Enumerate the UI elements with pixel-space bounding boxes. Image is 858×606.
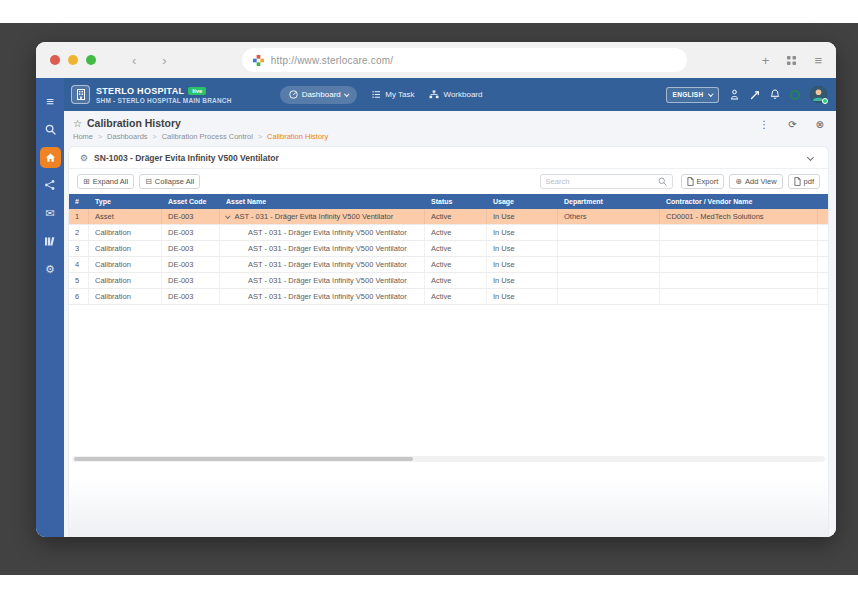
language-label: ENGLISH bbox=[673, 91, 704, 98]
column-header[interactable]: Asset Name bbox=[220, 194, 425, 209]
table-cell: Active bbox=[425, 225, 487, 240]
table-row[interactable]: 6CalibrationDE-003AST - 031 - Dräger Evi… bbox=[69, 289, 828, 305]
nav-dashboard[interactable]: Dashboard bbox=[280, 86, 358, 104]
chevron-down-icon bbox=[344, 91, 349, 96]
user-avatar[interactable] bbox=[810, 86, 827, 103]
table-cell: In Use bbox=[487, 225, 558, 240]
refresh-icon[interactable]: ⟳ bbox=[788, 120, 796, 130]
add-view-button[interactable]: ⊕ Add View bbox=[729, 174, 782, 189]
table-cell: CD0001 - MedTech Solutions bbox=[660, 209, 818, 224]
collapse-icon: ⊟ bbox=[145, 178, 152, 186]
sidebar-menu-icon[interactable]: ≡ bbox=[36, 87, 64, 115]
column-header[interactable]: Type bbox=[89, 194, 162, 209]
notifications-bell-icon[interactable] bbox=[770, 89, 780, 100]
column-header[interactable] bbox=[818, 194, 828, 209]
sidebar-mail-icon[interactable]: ✉ bbox=[36, 199, 64, 227]
language-selector[interactable]: ENGLISH bbox=[666, 87, 720, 103]
workboard-icon bbox=[429, 90, 439, 99]
table-cell: DE-003 bbox=[162, 241, 220, 256]
home-icon bbox=[40, 147, 61, 168]
new-tab-icon[interactable]: + bbox=[762, 54, 770, 67]
gear-icon: ⚙ bbox=[80, 153, 88, 163]
scrollbar-thumb[interactable] bbox=[74, 457, 413, 461]
table-cell: Asset bbox=[89, 209, 162, 224]
window-controls bbox=[50, 55, 96, 65]
asset-section-header[interactable]: ⚙ SN-1003 - Dräger Evita Infinity V500 V… bbox=[69, 147, 828, 169]
table-cell: DE-003 bbox=[162, 289, 220, 304]
sidebar-library-icon[interactable] bbox=[36, 227, 64, 255]
nav-workboard[interactable]: Workboard bbox=[429, 90, 482, 99]
more-options-icon[interactable]: ⋮ bbox=[759, 120, 769, 130]
table-cell bbox=[818, 257, 828, 272]
pdf-label: pdf bbox=[804, 177, 814, 186]
back-icon[interactable]: ‹ bbox=[132, 54, 136, 67]
table-cell: Active bbox=[425, 209, 487, 224]
table-cell: In Use bbox=[487, 273, 558, 288]
column-header[interactable]: # bbox=[69, 194, 89, 209]
close-window-button[interactable] bbox=[50, 55, 60, 65]
column-header[interactable]: Usage bbox=[487, 194, 558, 209]
table-cell bbox=[660, 273, 818, 288]
table-cell bbox=[818, 273, 828, 288]
browser-menu-icon[interactable]: ≡ bbox=[814, 54, 822, 67]
sidebar-settings-icon[interactable]: ⚙ bbox=[36, 255, 64, 283]
search-input[interactable] bbox=[546, 177, 658, 186]
column-header[interactable]: Status bbox=[425, 194, 487, 209]
site-favicon-icon bbox=[253, 55, 264, 66]
page-title: Calibration History bbox=[87, 117, 181, 129]
table-cell bbox=[660, 257, 818, 272]
table-cell: AST - 031 - Dräger Evita Infinity V500 V… bbox=[220, 241, 425, 256]
table-row[interactable]: 2CalibrationDE-003AST - 031 - Dräger Evi… bbox=[69, 225, 828, 241]
breadcrumb-calibration-process-control[interactable]: Calibration Process Control bbox=[162, 132, 253, 141]
sidebar-search-icon[interactable] bbox=[36, 115, 64, 143]
collapse-all-label: Collapse All bbox=[155, 177, 194, 186]
forward-icon[interactable]: › bbox=[162, 54, 166, 67]
pdf-button[interactable]: pdf bbox=[788, 174, 820, 189]
section-title: SN-1003 - Dräger Evita Infinity V500 Ven… bbox=[94, 153, 279, 163]
search-icon[interactable] bbox=[658, 177, 667, 186]
live-badge: live bbox=[188, 87, 206, 95]
column-header[interactable]: Department bbox=[558, 194, 660, 209]
table-cell bbox=[818, 289, 828, 304]
table-search bbox=[540, 174, 673, 189]
close-page-icon[interactable]: ⊗ bbox=[816, 120, 824, 130]
table-cell: AST - 031 - Dräger Evita Infinity V500 V… bbox=[220, 257, 425, 272]
table-header-row: #TypeAsset CodeAsset NameStatusUsageDepa… bbox=[69, 194, 828, 209]
sidebar-network-icon[interactable] bbox=[36, 171, 64, 199]
table-row[interactable]: 4CalibrationDE-003AST - 031 - Dräger Evi… bbox=[69, 257, 828, 273]
column-header[interactable]: Asset Code bbox=[162, 194, 220, 209]
breadcrumb-home[interactable]: Home bbox=[73, 132, 93, 141]
breadcrumb-separator: > bbox=[258, 133, 262, 140]
table-cell: DE-003 bbox=[162, 209, 220, 224]
table-row[interactable]: 1AssetDE-003AST - 031 - Dräger Evita Inf… bbox=[69, 209, 828, 225]
scrollbar-track[interactable] bbox=[72, 456, 825, 462]
breadcrumb-dashboards[interactable]: Dashboards bbox=[107, 132, 147, 141]
breadcrumb-current: Calibration History bbox=[267, 132, 328, 141]
row-expand-caret-icon[interactable] bbox=[225, 213, 230, 218]
table-cell: 5 bbox=[69, 273, 89, 288]
column-header[interactable]: Contractor / Vendor Name bbox=[660, 194, 818, 209]
table-cell: Active bbox=[425, 273, 487, 288]
table-cell: DE-003 bbox=[162, 273, 220, 288]
maximize-window-button[interactable] bbox=[86, 55, 96, 65]
hospital-logo-icon[interactable] bbox=[71, 85, 90, 104]
favorite-star-icon[interactable]: ☆ bbox=[73, 118, 82, 129]
export-button[interactable]: Export bbox=[681, 174, 725, 189]
collapse-all-button[interactable]: ⊟ Collapse All bbox=[139, 174, 200, 189]
section-collapse-chevron-icon[interactable] bbox=[807, 154, 814, 161]
account-icon[interactable] bbox=[729, 89, 740, 100]
table-row[interactable]: 3CalibrationDE-003AST - 031 - Dräger Evi… bbox=[69, 241, 828, 257]
trend-arrow-icon[interactable] bbox=[750, 90, 760, 100]
online-status-dot bbox=[822, 98, 828, 104]
table-row[interactable]: 5CalibrationDE-003AST - 031 - Dräger Evi… bbox=[69, 273, 828, 289]
nav-my-task[interactable]: My Task bbox=[372, 90, 414, 99]
table-cell: 3 bbox=[69, 241, 89, 256]
address-bar[interactable]: http://www.sterlocare.com/ bbox=[242, 48, 687, 72]
minimize-window-button[interactable] bbox=[68, 55, 78, 65]
table-cell: In Use bbox=[487, 257, 558, 272]
tab-switcher-icon[interactable] bbox=[786, 55, 797, 66]
horizontal-scrollbar bbox=[72, 455, 825, 463]
expand-all-button[interactable]: ⊞ Expand All bbox=[77, 174, 134, 189]
table-cell: AST - 031 - Dräger Evita Infinity V500 V… bbox=[220, 225, 425, 240]
sidebar-home-button[interactable] bbox=[36, 143, 64, 171]
